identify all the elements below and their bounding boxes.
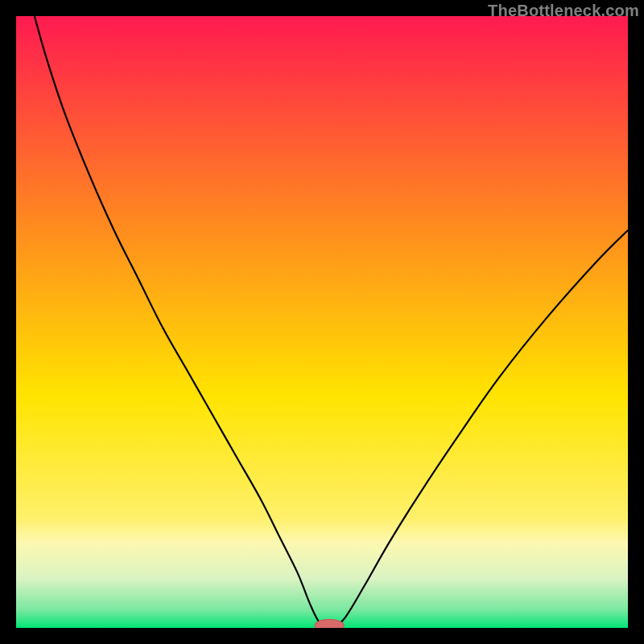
bottleneck-chart [16, 16, 628, 628]
gradient-background [16, 16, 628, 628]
chart-container: TheBottleneck.com [0, 0, 644, 644]
plot-area [16, 16, 628, 628]
